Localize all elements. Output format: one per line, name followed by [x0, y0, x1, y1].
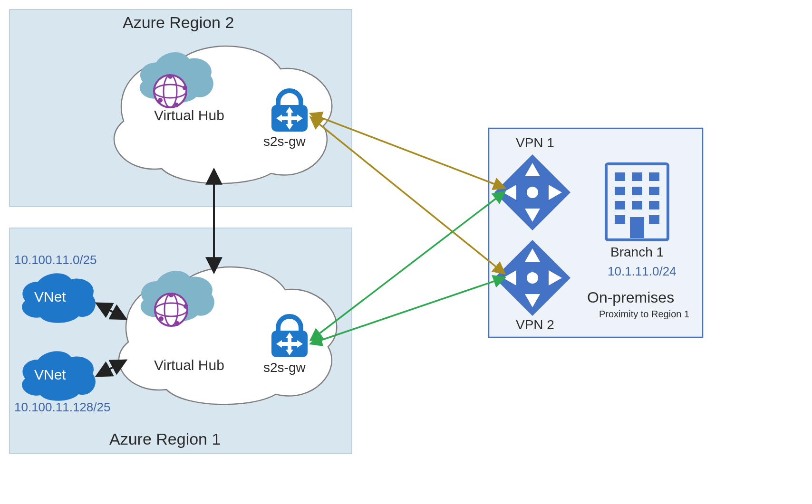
vpn2-label: VPN 2 [516, 317, 554, 333]
svg-rect-21 [271, 331, 308, 357]
background-layer [0, 0, 812, 504]
link-vnet-top [98, 304, 125, 318]
svg-marker-36 [525, 294, 540, 307]
virtual-hub-cloud-r1 [119, 267, 337, 404]
virtual-hub-label-r2: Virtual Hub [154, 107, 224, 124]
vnet-top-label: VNet [34, 289, 66, 305]
cidr-vnet-top: 10.100.11.0/25 [14, 253, 97, 267]
svg-point-39 [527, 272, 538, 284]
region2-title: Azure Region 2 [123, 13, 234, 32]
svg-rect-45 [632, 187, 642, 195]
cidr-vnet-bottom: 10.100.11.128/25 [14, 400, 110, 415]
svg-marker-38 [549, 270, 562, 285]
svg-marker-34 [494, 240, 570, 316]
svg-point-12 [159, 316, 164, 321]
vnet-bottom-label: VNet [34, 367, 66, 383]
branch-cidr: 10.1.11.0/24 [608, 264, 677, 279]
svg-marker-31 [503, 185, 516, 200]
vnet-cloud-top [22, 273, 96, 323]
svg-point-1 [154, 85, 186, 98]
svg-point-5 [158, 98, 163, 103]
connector-layer [0, 0, 812, 504]
svg-rect-47 [615, 201, 625, 209]
vpn1-icon [494, 154, 570, 230]
vnet-cloud-bottom [22, 351, 96, 401]
onprem-subtitle: Proximity to Region 1 [599, 309, 689, 320]
link-r2-vpn1 [311, 114, 504, 188]
vpn2-icon [494, 240, 570, 316]
svg-marker-17 [276, 114, 282, 122]
svg-marker-18 [297, 114, 303, 122]
virtual-hub-label-r1: Virtual Hub [154, 357, 224, 373]
vpn1-label: VPN 1 [516, 135, 554, 151]
svg-point-33 [527, 187, 538, 198]
svg-rect-41 [615, 172, 625, 181]
building-icon [606, 164, 668, 240]
svg-marker-22 [286, 333, 293, 338]
svg-rect-20 [280, 116, 299, 120]
s2s-gw-label-r1: s2s-gw [263, 360, 306, 375]
link-r2-vpn2 [311, 118, 504, 273]
svg-rect-19 [288, 112, 291, 125]
svg-marker-35 [525, 248, 540, 262]
svg-point-4 [183, 86, 187, 90]
svg-rect-43 [649, 172, 659, 181]
svg-point-8 [155, 303, 187, 316]
svg-rect-52 [630, 217, 644, 238]
svg-point-0 [154, 75, 186, 107]
s2s-gw-icon-r1 [271, 316, 308, 357]
svg-marker-15 [286, 107, 293, 113]
svg-rect-14 [271, 105, 308, 132]
svg-marker-23 [286, 350, 293, 355]
svg-point-11 [184, 304, 188, 309]
svg-rect-44 [615, 187, 625, 195]
link-r1-vpn2 [311, 278, 504, 343]
svg-marker-25 [297, 340, 303, 348]
region1-title: Azure Region 1 [109, 430, 221, 448]
svg-marker-16 [286, 124, 293, 130]
link-r1-vpn1 [311, 192, 504, 340]
svg-rect-42 [632, 172, 642, 181]
svg-rect-48 [632, 201, 642, 209]
svg-marker-29 [525, 163, 540, 176]
svg-marker-30 [525, 209, 540, 222]
svg-point-7 [155, 294, 187, 326]
svg-rect-26 [288, 337, 291, 351]
svg-marker-32 [549, 185, 562, 200]
svg-point-9 [164, 294, 178, 326]
svg-marker-24 [276, 340, 282, 348]
svg-point-10 [169, 293, 174, 297]
svg-rect-46 [649, 187, 659, 195]
svg-point-6 [174, 103, 179, 107]
link-vnet-bottom [98, 361, 125, 375]
s2s-gw-icon-r2 [271, 91, 308, 132]
hub-icon-r2 [140, 52, 213, 107]
svg-rect-51 [649, 215, 659, 224]
branch-label: Branch 1 [610, 245, 664, 260]
svg-marker-37 [503, 270, 516, 285]
svg-point-2 [164, 75, 177, 107]
svg-rect-40 [606, 164, 668, 240]
svg-point-13 [175, 321, 180, 326]
svg-marker-28 [494, 154, 570, 230]
svg-point-3 [168, 74, 173, 79]
onprem-title: On-premises [587, 289, 674, 306]
svg-rect-49 [649, 201, 659, 209]
svg-rect-27 [280, 342, 299, 346]
hub-icon-r1 [141, 271, 214, 326]
svg-rect-50 [615, 215, 625, 224]
diagram-canvas: Azure Region 2 Virtual Hub s2s-gw Azure … [0, 0, 812, 504]
s2s-gw-label-r2: s2s-gw [263, 134, 306, 149]
